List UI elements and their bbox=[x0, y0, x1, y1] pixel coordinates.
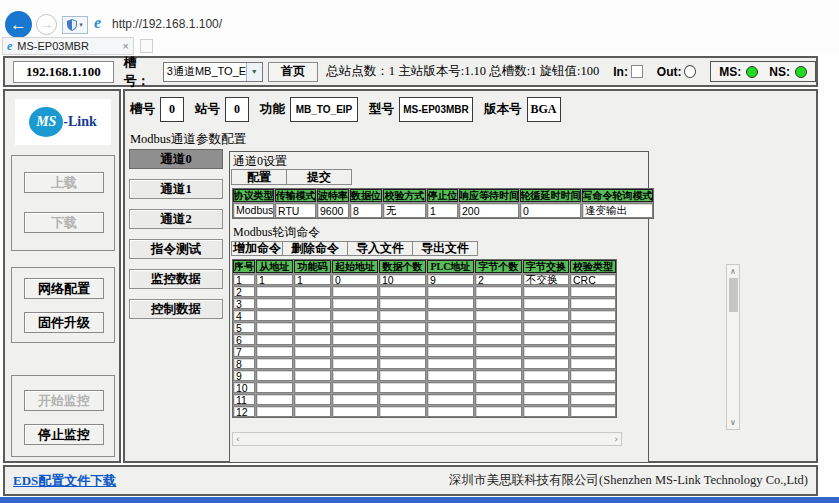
cell-input[interactable] bbox=[427, 334, 474, 345]
cell-input[interactable] bbox=[294, 286, 331, 297]
cell-input[interactable] bbox=[570, 310, 616, 321]
cell-input[interactable] bbox=[570, 394, 616, 405]
cell-input[interactable] bbox=[570, 322, 616, 333]
cell-input[interactable] bbox=[523, 334, 569, 345]
cell-input[interactable]: CRC bbox=[570, 274, 616, 285]
cell-input[interactable] bbox=[570, 334, 616, 345]
cell-input[interactable]: 10 bbox=[379, 274, 426, 285]
cell-input[interactable]: 11 bbox=[233, 394, 255, 405]
cell-input[interactable]: RTU bbox=[275, 203, 316, 218]
scroll-down-icon[interactable]: ∨ bbox=[730, 418, 736, 427]
cell-input[interactable] bbox=[294, 334, 331, 345]
cell-input[interactable]: 0 bbox=[520, 203, 581, 218]
cell-input[interactable] bbox=[427, 406, 474, 417]
tab-控制数据[interactable]: 控制数据 bbox=[129, 299, 223, 319]
cell-input[interactable] bbox=[379, 382, 426, 393]
cell-input[interactable] bbox=[294, 310, 331, 321]
cell-input[interactable] bbox=[475, 346, 522, 357]
cell-input[interactable] bbox=[427, 286, 474, 297]
cell-input[interactable]: 8 bbox=[233, 358, 255, 369]
submit-button[interactable]: 提交 bbox=[286, 169, 352, 185]
cell-input[interactable] bbox=[475, 358, 522, 369]
cell-input[interactable] bbox=[475, 382, 522, 393]
browser-tab[interactable]: e MS-EP03MBR × bbox=[2, 37, 134, 55]
download-button[interactable]: 下载 bbox=[24, 212, 104, 233]
cell-input[interactable] bbox=[379, 394, 426, 405]
cell-input[interactable] bbox=[475, 334, 522, 345]
browser-forward-button[interactable]: → bbox=[36, 14, 57, 35]
cell-input[interactable]: 2 bbox=[233, 286, 255, 297]
cell-input[interactable]: 3 bbox=[233, 298, 255, 309]
cell-input[interactable] bbox=[523, 370, 569, 381]
cell-input[interactable]: 1 bbox=[233, 274, 255, 285]
poll-button-2[interactable]: 删除命令 bbox=[282, 241, 348, 256]
cell-input[interactable] bbox=[379, 358, 426, 369]
cell-input[interactable]: 9 bbox=[233, 370, 255, 381]
cell-input[interactable] bbox=[256, 322, 293, 333]
cell-input[interactable]: 200 bbox=[459, 203, 519, 218]
cell-input[interactable] bbox=[256, 370, 293, 381]
horizontal-scrollbar[interactable]: ‹ › bbox=[232, 432, 622, 446]
cell-input[interactable]: 6 bbox=[233, 334, 255, 345]
tab-监控数据[interactable]: 监控数据 bbox=[129, 269, 223, 289]
scroll-left-icon[interactable]: ‹ bbox=[236, 434, 240, 444]
cell-input[interactable]: 4 bbox=[233, 310, 255, 321]
cell-input[interactable] bbox=[475, 286, 522, 297]
in-checkbox[interactable] bbox=[631, 65, 643, 78]
site-zone-button[interactable]: ▾ bbox=[62, 16, 88, 34]
cell-input[interactable] bbox=[332, 406, 378, 417]
cell-input[interactable]: 10 bbox=[233, 382, 255, 393]
cell-input[interactable]: 逢变输出 bbox=[582, 203, 653, 218]
cell-input[interactable] bbox=[332, 358, 378, 369]
cell-input[interactable] bbox=[256, 334, 293, 345]
cell-input[interactable]: 1 bbox=[427, 203, 458, 218]
cell-input[interactable] bbox=[427, 298, 474, 309]
cell-input[interactable] bbox=[379, 286, 426, 297]
cell-input[interactable]: Modbus主站 bbox=[233, 203, 274, 218]
cell-input[interactable]: 不交换 bbox=[523, 274, 569, 285]
cell-input[interactable] bbox=[332, 394, 378, 405]
cell-input[interactable] bbox=[256, 358, 293, 369]
cell-input[interactable] bbox=[523, 394, 569, 405]
cell-input[interactable] bbox=[475, 322, 522, 333]
cell-input[interactable] bbox=[256, 394, 293, 405]
cell-input[interactable]: 8 bbox=[350, 203, 382, 218]
cell-input[interactable] bbox=[332, 370, 378, 381]
cell-input[interactable] bbox=[475, 298, 522, 309]
upload-button[interactable]: 上载 bbox=[24, 172, 104, 193]
cell-input[interactable] bbox=[256, 382, 293, 393]
cell-input[interactable] bbox=[332, 298, 378, 309]
cell-input[interactable] bbox=[332, 286, 378, 297]
cell-input[interactable] bbox=[475, 370, 522, 381]
cell-input[interactable] bbox=[379, 322, 426, 333]
cell-input[interactable] bbox=[523, 358, 569, 369]
cell-input[interactable] bbox=[294, 358, 331, 369]
cell-input[interactable] bbox=[294, 346, 331, 357]
cell-input[interactable]: 9 bbox=[427, 274, 474, 285]
tab-指令测试[interactable]: 指令测试 bbox=[129, 239, 223, 259]
network-config-button[interactable]: 网络配置 bbox=[24, 278, 104, 299]
cell-input[interactable] bbox=[256, 286, 293, 297]
cell-input[interactable]: 1 bbox=[256, 274, 293, 285]
cell-input[interactable]: 无 bbox=[383, 203, 426, 218]
scroll-right-icon[interactable]: › bbox=[614, 434, 618, 444]
cell-input[interactable] bbox=[523, 310, 569, 321]
poll-button-3[interactable]: 导入文件 bbox=[347, 241, 413, 256]
cell-input[interactable]: 7 bbox=[233, 346, 255, 357]
cell-input[interactable] bbox=[379, 334, 426, 345]
cell-input[interactable] bbox=[379, 370, 426, 381]
cell-input[interactable] bbox=[427, 310, 474, 321]
cell-input[interactable] bbox=[570, 382, 616, 393]
cell-input[interactable] bbox=[256, 298, 293, 309]
cell-input[interactable] bbox=[570, 298, 616, 309]
cell-input[interactable] bbox=[427, 370, 474, 381]
cell-input[interactable] bbox=[523, 298, 569, 309]
cell-input[interactable]: 1 bbox=[294, 274, 331, 285]
scrollbar-thumb[interactable] bbox=[729, 278, 738, 312]
cell-input[interactable] bbox=[379, 298, 426, 309]
home-button[interactable]: 首页 bbox=[268, 62, 319, 82]
cell-input[interactable] bbox=[570, 346, 616, 357]
cell-input[interactable] bbox=[379, 310, 426, 321]
cell-input[interactable] bbox=[332, 310, 378, 321]
cell-input[interactable] bbox=[523, 406, 569, 417]
